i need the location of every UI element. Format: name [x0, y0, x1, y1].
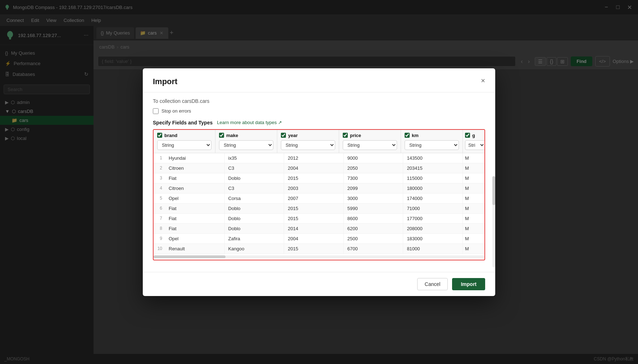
field-year-name: year [288, 133, 298, 138]
field-km-type-select[interactable]: StringNumber [405, 140, 459, 150]
field-year-type-select[interactable]: StringNumber [281, 140, 335, 150]
cell-year-5: 2007 [284, 194, 344, 203]
stop-on-errors-label: Stop on errors [161, 108, 191, 114]
cell-make-10: Kangoo [225, 244, 284, 254]
field-km-name: km [412, 133, 419, 138]
modal-title: Import [153, 77, 177, 86]
field-name-row-price: price [343, 133, 397, 138]
collection-label: To collection carsDB.cars [153, 98, 485, 104]
table-row: 9 Opel Zafira 2004 2500 183000 M [154, 234, 484, 244]
table-row: 8 Fiat Doblo 2014 6200 208000 M [154, 224, 484, 234]
table-row: 7 Fiat Doblo 2015 8600 177000 M [154, 214, 484, 224]
field-brand-checkbox[interactable] [157, 133, 162, 138]
cell-g-6: M [463, 204, 484, 213]
cell-price-7: 8600 [344, 214, 404, 223]
cell-km-9: 183000 [403, 234, 463, 244]
cell-price-5: 3000 [344, 194, 404, 203]
cell-brand-3: Fiat [165, 173, 225, 183]
field-name-row-g: g [465, 133, 482, 138]
field-name-row-year: year [281, 133, 335, 138]
field-col-g: g Stri [463, 130, 484, 153]
modal-body: To collection carsDB.cars Stop on errors… [143, 92, 495, 272]
cell-km-1: 143500 [403, 153, 463, 163]
cell-g-10: M [463, 244, 484, 254]
import-button[interactable]: Import [452, 278, 485, 290]
cell-km-10: 81000 [403, 244, 463, 254]
table-row: 3 Fiat Doblo 2015 7300 115000 M [154, 173, 484, 183]
cell-year-3: 2015 [284, 173, 344, 183]
fields-header-row: brand StringNumberBoolean make [154, 130, 484, 153]
table-row: 5 Opel Corsa 2007 3000 174000 M [154, 194, 484, 204]
modal-close-button[interactable]: × [481, 77, 485, 84]
cell-brand-5: Opel [165, 194, 225, 203]
field-g-checkbox[interactable] [465, 133, 470, 138]
cell-make-9: Zafira [225, 234, 284, 244]
row-num-5: 5 [154, 194, 165, 203]
stop-on-errors-checkbox[interactable] [153, 108, 159, 114]
table-row: 6 Fiat Doblo 2015 5990 71000 M [154, 204, 484, 214]
field-name-row-brand: brand [157, 133, 211, 138]
field-price-name: price [350, 133, 361, 138]
field-make-name: make [226, 133, 238, 138]
cell-km-3: 115000 [403, 173, 463, 183]
cell-brand-10: Renault [165, 244, 225, 254]
cell-g-7: M [463, 214, 484, 223]
scrollbar-thumb[interactable] [154, 255, 225, 258]
field-brand-type-select[interactable]: StringNumberBoolean [157, 140, 211, 150]
cell-price-2: 2050 [344, 163, 404, 173]
row-num-7: 7 [154, 214, 165, 223]
data-table: 1 Hyundai ix35 2012 9000 143500 M 2 Citr… [154, 153, 484, 254]
learn-more-link[interactable]: Learn more about data types ↗ [217, 120, 282, 125]
cell-make-5: Corsa [225, 194, 284, 203]
field-km-checkbox[interactable] [405, 133, 410, 138]
row-num-1: 1 [154, 153, 165, 163]
field-year-checkbox[interactable] [281, 133, 286, 138]
cell-price-4: 2099 [344, 183, 404, 193]
field-make-checkbox[interactable] [219, 133, 224, 138]
cell-brand-8: Fiat [165, 224, 225, 233]
cell-km-2: 203415 [403, 163, 463, 173]
field-make-type-select[interactable]: StringNumber [219, 140, 273, 150]
field-name-row-make: make [219, 133, 273, 138]
vertical-scrollbar[interactable] [492, 176, 495, 267]
row-num-3: 3 [154, 173, 165, 183]
row-num-6: 6 [154, 204, 165, 213]
row-num-10: 10 [154, 244, 165, 254]
cell-km-8: 208000 [403, 224, 463, 233]
cell-brand-1: Hyundai [165, 153, 225, 163]
cell-g-1: M [463, 153, 484, 163]
cell-make-1: ix35 [225, 153, 284, 163]
cell-g-8: M [463, 224, 484, 233]
horizontal-scrollbar[interactable] [154, 255, 484, 258]
field-col-brand: brand StringNumberBoolean [154, 130, 215, 153]
modal-title-area: Import [153, 77, 177, 86]
cell-year-7: 2015 [284, 214, 344, 223]
fields-title: Specify Fields and Types [153, 120, 213, 126]
row-num-4: 4 [154, 183, 165, 193]
cell-year-8: 2014 [284, 224, 344, 233]
cell-make-2: C3 [225, 163, 284, 173]
cancel-button[interactable]: Cancel [417, 278, 448, 290]
table-row: 2 Citroen C3 2004 2050 203415 M [154, 163, 484, 173]
cell-year-2: 2004 [284, 163, 344, 173]
field-price-type-select[interactable]: StringNumber [343, 140, 397, 150]
stop-on-errors-row: Stop on errors [153, 108, 485, 114]
cell-year-6: 2015 [284, 204, 344, 213]
row-num-9: 9 [154, 234, 165, 244]
modal-overlay: Import × To collection carsDB.cars Stop … [0, 0, 638, 364]
field-price-checkbox[interactable] [343, 133, 348, 138]
cell-brand-9: Opel [165, 234, 225, 244]
import-modal: Import × To collection carsDB.cars Stop … [143, 68, 495, 296]
field-col-make: make StringNumber [215, 130, 277, 153]
field-brand-name: brand [164, 133, 177, 138]
cell-price-3: 7300 [344, 173, 404, 183]
cell-price-8: 6200 [344, 224, 404, 233]
table-row: 1 Hyundai ix35 2012 9000 143500 M [154, 153, 484, 163]
cell-price-6: 5990 [344, 204, 404, 213]
cell-km-4: 180000 [403, 183, 463, 193]
field-col-km: km StringNumber [401, 130, 463, 153]
field-g-type-select[interactable]: Stri [465, 140, 484, 150]
row-num-8: 8 [154, 224, 165, 233]
cell-year-9: 2004 [284, 234, 344, 244]
vertical-scrollbar-thumb[interactable] [492, 176, 495, 205]
